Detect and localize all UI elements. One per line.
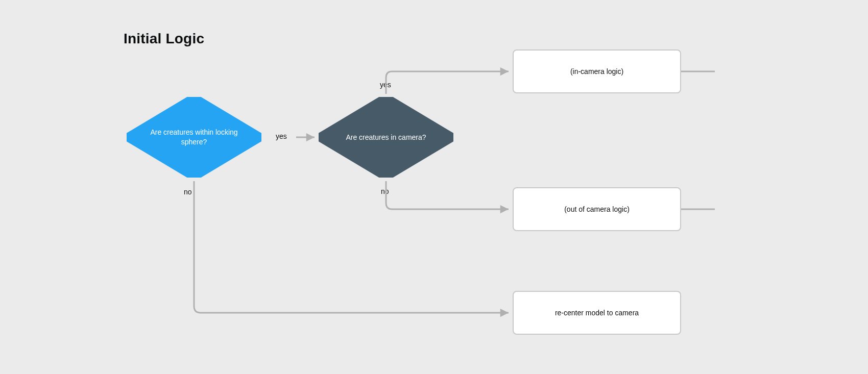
process-recenter-model: re-center model to camera	[513, 291, 681, 335]
svg-marker-1	[319, 97, 453, 178]
diagram-edges	[0, 0, 868, 374]
process-out-of-camera-logic: (out of camera logic)	[513, 187, 681, 231]
svg-marker-0	[127, 97, 261, 178]
edge-label-d1-no: no	[184, 188, 192, 196]
decision-locking-sphere: Are creatures within locking sphere?	[127, 97, 261, 178]
diagram-stage: Initial Logic Are creatures within locki…	[0, 0, 868, 374]
edge-label-d2-no: no	[381, 187, 389, 195]
process-in-camera-logic-label: (in-camera logic)	[570, 67, 623, 76]
process-in-camera-logic: (in-camera logic)	[513, 49, 681, 93]
process-out-of-camera-logic-label: (out of camera logic)	[564, 205, 630, 213]
diagram-title: Initial Logic	[124, 31, 204, 47]
decision-in-camera: Are creatures in camera?	[319, 97, 453, 178]
edge-label-d2-yes: yes	[380, 81, 391, 89]
edge-label-d1-yes: yes	[276, 132, 287, 140]
process-recenter-model-label: re-center model to camera	[555, 309, 639, 317]
